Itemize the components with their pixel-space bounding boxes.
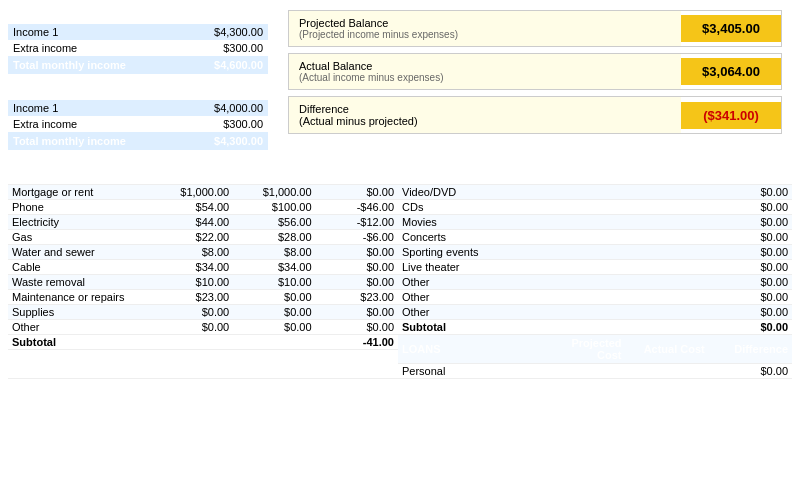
trans-col-projected: Projected Cost — [151, 350, 233, 379]
balance-section: Projected Balance (Projected income minu… — [278, 6, 792, 150]
top-section: Projected Monthly Income Income 1 $4,300… — [0, 0, 800, 156]
table-row: Mortgage or rent $1,000.00 $1,000.00 $0.… — [8, 185, 398, 200]
table-row: Electricity $44.00 $56.00 -$12.00 — [8, 215, 398, 230]
proj-total-label: Total monthly income — [8, 56, 184, 74]
income-tables: Projected Monthly Income Income 1 $4,300… — [8, 6, 268, 150]
main-container: Projected Monthly Income Income 1 $4,300… — [0, 0, 800, 500]
table-row: Supplies $0.00 $0.00 $0.00 — [8, 305, 398, 320]
loans-header: LOANS Projected Cost Actual Cost Differe… — [398, 335, 792, 364]
act-total-label: Total monthly income — [8, 132, 184, 150]
table-row: CDs $0.00 — [398, 200, 792, 215]
table-row: Waste removal $10.00 $10.00 $0.00 — [8, 275, 398, 290]
actual-income-table: Actual Monthly Income Income 1 $4,000.00… — [8, 82, 268, 150]
difference-value: ($341.00) — [681, 102, 781, 129]
table-row: Cable $34.00 $34.00 $0.00 — [8, 260, 398, 275]
difference-label: Difference (Actual minus projected) — [289, 97, 681, 133]
actual-balance-label: Actual Balance (Actual income minus expe… — [289, 54, 681, 89]
table-row: Movies $0.00 — [398, 215, 792, 230]
housing-row-diff: $0.00 — [316, 185, 398, 200]
table-row: Gas $22.00 $28.00 -$6.00 — [8, 230, 398, 245]
table-row: Sporting events $0.00 — [398, 245, 792, 260]
housing-row-actual: $1,000.00 — [233, 185, 315, 200]
proj-income1-amount: $4,300.00 — [184, 24, 268, 40]
housing-table: HOUSING Projected Cost Actual Cost Diffe… — [8, 156, 398, 379]
table-row: Phone $54.00 $100.00 -$46.00 — [8, 200, 398, 215]
table-row: Personal $0.00 — [398, 364, 792, 379]
ent-col-actual: Actual Cost — [626, 156, 709, 185]
right-col: ENTERTAINMENT Projected Cost Actual Cost… — [398, 156, 792, 500]
projected-income-table: Projected Monthly Income Income 1 $4,300… — [8, 6, 268, 74]
housing-col-diff: Difference — [316, 156, 398, 185]
table-row: Other $0.00 $0.00 $0.00 — [8, 320, 398, 335]
ent-col-projected: Projected Cost — [542, 156, 625, 185]
proj-total-amount: $4,600.00 — [184, 56, 268, 74]
housing-subtotal-row: Subtotal -41.00 — [8, 335, 398, 350]
ent-col-diff: Difference — [709, 156, 792, 185]
table-row: Water and sewer $8.00 $8.00 $0.00 — [8, 245, 398, 260]
housing-title: HOUSING — [8, 156, 151, 185]
act-income1-label: Income 1 — [8, 100, 184, 116]
housing-row-diff: -$46.00 — [316, 200, 398, 215]
entertainment-subtotal-row: Subtotal $0.00 — [398, 320, 792, 335]
actual-balance-card: Actual Balance (Actual income minus expe… — [288, 53, 782, 90]
housing-col-projected: Projected Cost — [151, 156, 233, 185]
housing-row-projected: $54.00 — [151, 200, 233, 215]
left-col: HOUSING Projected Cost Actual Cost Diffe… — [8, 156, 398, 500]
loans-col-diff: Difference — [709, 335, 792, 364]
proj-income1-label: Income 1 — [8, 24, 184, 40]
table-row: Maintenance or repairs $23.00 $0.00 $23.… — [8, 290, 398, 305]
act-total-amount: $4,300.00 — [184, 132, 268, 150]
entertainment-subtotal-diff: $0.00 — [709, 320, 792, 335]
loans-col-actual: Actual Cost — [626, 335, 709, 364]
entertainment-title: ENTERTAINMENT — [398, 156, 542, 185]
housing-subtotal-diff: -41.00 — [316, 335, 398, 350]
housing-subtotal-label: Subtotal — [8, 335, 151, 350]
projected-balance-title: Projected Balance — [299, 17, 671, 29]
table-row: Other $0.00 — [398, 290, 792, 305]
trans-col-actual: Actual Cost — [233, 350, 315, 379]
act-extra-amount: $300.00 — [184, 116, 268, 132]
proj-extra-label: Extra income — [8, 40, 184, 56]
act-income1-amount: $4,000.00 — [184, 100, 268, 116]
projected-balance-label: Projected Balance (Projected income minu… — [289, 11, 681, 46]
transportation-header: TRANSPORTATION Projected Cost Actual Cos… — [8, 350, 398, 379]
transportation-title: TRANSPORTATION — [8, 350, 151, 379]
projected-balance-sub: (Projected income minus expenses) — [299, 29, 671, 40]
proj-extra-amount: $300.00 — [184, 40, 268, 56]
housing-row-actual: $100.00 — [233, 200, 315, 215]
actual-income-title: Actual Monthly Income — [8, 82, 268, 100]
difference-title: Difference — [299, 103, 671, 115]
table-row: Live theater $0.00 — [398, 260, 792, 275]
table-row: Video/DVD $0.00 — [398, 185, 792, 200]
bottom-section: HOUSING Projected Cost Actual Cost Diffe… — [0, 156, 800, 500]
table-row: Other $0.00 — [398, 305, 792, 320]
table-row: Other $0.00 — [398, 275, 792, 290]
table-row: Concerts $0.00 — [398, 230, 792, 245]
projected-balance-card: Projected Balance (Projected income minu… — [288, 10, 782, 47]
housing-row-label: Mortgage or rent — [8, 185, 151, 200]
actual-balance-value: $3,064.00 — [681, 58, 781, 85]
housing-col-actual: Actual Cost — [233, 156, 315, 185]
actual-balance-title: Actual Balance — [299, 60, 671, 72]
act-extra-label: Extra income — [8, 116, 184, 132]
difference-sub: (Actual minus projected) — [299, 115, 671, 127]
projected-balance-value: $3,405.00 — [681, 15, 781, 42]
entertainment-table: ENTERTAINMENT Projected Cost Actual Cost… — [398, 156, 792, 379]
projected-income-title: Projected Monthly Income — [8, 6, 268, 24]
housing-row-label: Phone — [8, 200, 151, 215]
loans-title: LOANS — [398, 335, 542, 364]
loans-col-projected: Projected Cost — [542, 335, 625, 364]
entertainment-subtotal-label: Subtotal — [398, 320, 542, 335]
trans-col-diff: Difference — [316, 350, 398, 379]
actual-balance-sub: (Actual income minus expenses) — [299, 72, 671, 83]
difference-card: Difference (Actual minus projected) ($34… — [288, 96, 782, 134]
housing-row-projected: $1,000.00 — [151, 185, 233, 200]
